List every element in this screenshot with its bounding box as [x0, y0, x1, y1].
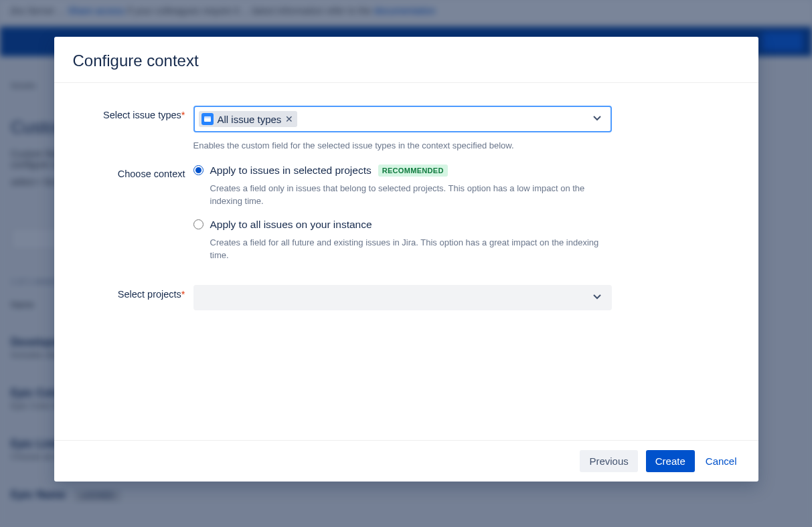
select-projects-label: Select projects*: [73, 285, 193, 300]
cancel-button[interactable]: Cancel: [703, 450, 740, 472]
modal-title: Configure context: [73, 51, 740, 70]
radio-desc-all-issues: Creates a field for all future and exist…: [210, 236, 612, 262]
context-option-all-issues: Apply to all issues on your instance Cre…: [193, 219, 612, 262]
radio-all-issues[interactable]: Apply to all issues on your instance: [193, 219, 612, 231]
modal-overlay: Configure context Select issue types* Al…: [0, 0, 812, 527]
projects-select[interactable]: [193, 285, 612, 310]
tag-label: All issue types: [218, 114, 282, 125]
issue-types-help: Enables the custom field for the selecte…: [193, 139, 612, 152]
radio-selected-projects[interactable]: Apply to issues in selected projects REC…: [193, 165, 612, 177]
choose-context-label: Choose context: [73, 165, 193, 179]
all-issue-types-icon: [201, 113, 214, 125]
modal-body: Select issue types* All issue types ✕ En: [54, 83, 758, 440]
recommended-badge: RECOMMENDED: [378, 165, 448, 177]
previous-button[interactable]: Previous: [580, 450, 637, 472]
required-asterisk: *: [181, 110, 185, 120]
modal-footer: Previous Create Cancel: [54, 440, 758, 482]
issue-types-select[interactable]: All issue types ✕: [193, 106, 612, 132]
radio-input-selected-projects[interactable]: [193, 165, 204, 175]
select-projects-row: Select projects*: [73, 285, 740, 310]
radio-desc-selected-projects: Creates a field only in issues that belo…: [210, 182, 612, 208]
configure-context-modal: Configure context Select issue types* Al…: [54, 37, 758, 482]
issue-type-tag-all: All issue types ✕: [199, 111, 298, 127]
choose-context-row: Choose context Apply to issues in select…: [73, 165, 740, 273]
issue-types-label: Select issue types*: [73, 106, 193, 120]
radio-input-all-issues[interactable]: [193, 219, 204, 229]
create-button[interactable]: Create: [646, 450, 695, 472]
choose-context-input-col: Apply to issues in selected projects REC…: [193, 165, 612, 273]
context-option-selected-projects: Apply to issues in selected projects REC…: [193, 165, 612, 208]
required-asterisk: *: [181, 289, 185, 300]
chevron-down-icon[interactable]: [590, 111, 604, 127]
modal-header: Configure context: [54, 37, 758, 83]
tag-remove-icon[interactable]: ✕: [285, 114, 293, 124]
chevron-down-icon[interactable]: [590, 290, 604, 306]
issue-types-input-col: All issue types ✕ Enables the custom fie…: [193, 106, 612, 152]
issue-types-row: Select issue types* All issue types ✕ En: [73, 106, 740, 152]
select-projects-input-col: [193, 285, 612, 310]
